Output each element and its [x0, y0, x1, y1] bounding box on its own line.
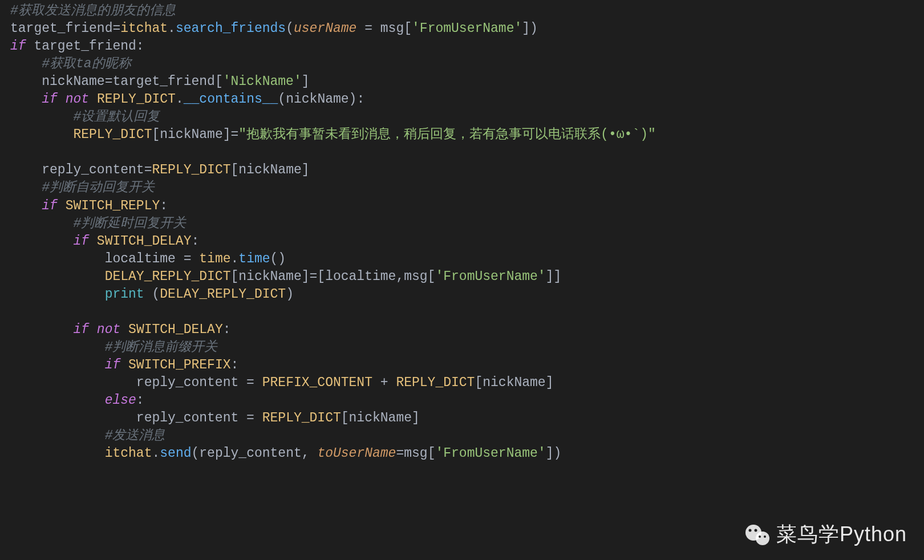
code-editor[interactable]: #获取发送消息的朋友的信息 target_friend=itchat.searc…: [0, 0, 924, 462]
svg-point-3: [756, 531, 769, 545]
watermark-text: 菜鸟学Python: [776, 521, 907, 549]
svg-point-1: [748, 529, 751, 531]
svg-point-5: [764, 535, 766, 538]
watermark: 菜鸟学Python: [743, 521, 907, 549]
identifier: target_friend: [10, 21, 112, 36]
svg-point-4: [759, 535, 761, 538]
comment: #获取发送消息的朋友的信息: [10, 3, 176, 18]
wechat-icon: [743, 524, 771, 546]
svg-point-2: [754, 529, 757, 531]
